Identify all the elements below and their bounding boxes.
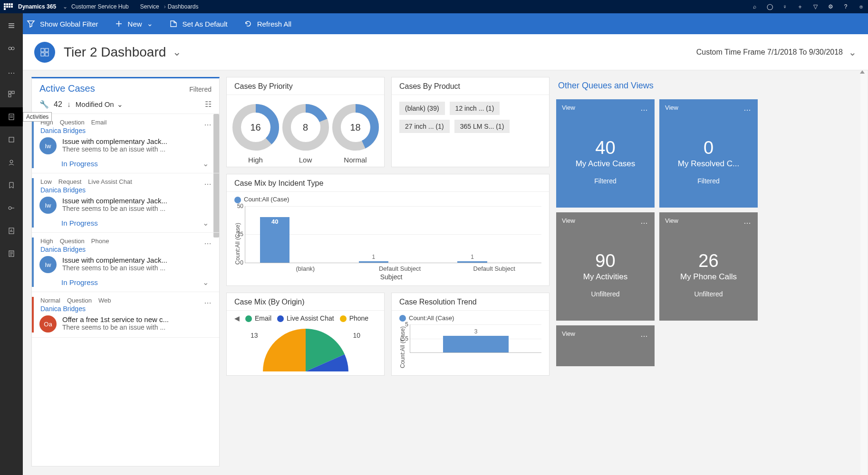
nav-item-recent[interactable] (0, 39, 23, 58)
new-button[interactable]: New ⌄ (115, 19, 153, 28)
svg-point-0 (9, 47, 11, 50)
chevron-down-icon[interactable]: ⌄ (849, 47, 857, 58)
legend-item: Email (245, 314, 271, 322)
chevron-down-icon[interactable]: ⌄ (203, 278, 209, 287)
collapse-icon[interactable]: ◀ (234, 314, 240, 322)
more-icon[interactable]: … (204, 178, 212, 187)
card-title: Cases By Product (392, 77, 549, 95)
donut-label: Low (281, 156, 330, 164)
chart-legend: Count:All (Case) (234, 196, 541, 203)
queue-tile[interactable]: View … 40 My Active Cases Filtered (556, 99, 655, 208)
svg-rect-6 (9, 137, 14, 142)
tile-name: My Active Cases (562, 159, 649, 169)
add-icon[interactable]: ＋ (797, 3, 803, 10)
bar: 1 (359, 261, 388, 262)
hamburger-icon[interactable] (0, 16, 23, 35)
avatar: Oa (39, 315, 57, 332)
refresh-button[interactable]: Refresh All (244, 19, 292, 28)
search-icon[interactable]: ⌕ (751, 3, 758, 10)
breadcrumb-0[interactable]: Service (140, 3, 159, 10)
donut-value: 18 (331, 103, 380, 152)
sort-arrow-icon[interactable]: ↓ (67, 100, 71, 109)
case-desc: There seems to be an issue with ... (62, 145, 167, 153)
pie-label-left: 13 (251, 324, 258, 339)
nav-item-key[interactable] (0, 199, 23, 218)
case-mix-origin-card: Case Mix (By Origin) ◀ EmailLive Assist … (226, 293, 385, 376)
case-item[interactable]: … HighQuestionPhone Danica Bridges Iw Is… (32, 233, 219, 292)
more-icon[interactable]: … (640, 330, 649, 339)
left-nav-rail: … Activities (0, 13, 23, 475)
more-icon[interactable]: … (640, 104, 649, 113)
case-owner[interactable]: Danica Bridges (40, 127, 212, 134)
case-desc: There seems to be an issue with ... (62, 264, 167, 272)
product-chip[interactable]: 365 LM S... (1) (454, 120, 510, 133)
svg-point-1 (11, 47, 14, 50)
nav-item-contacts[interactable] (0, 153, 23, 172)
queue-tile[interactable]: View … 90 My Activities Unfiltered (556, 212, 655, 321)
svg-rect-13 (41, 53, 44, 56)
card-title: Case Mix by Incident Type (227, 174, 549, 192)
scrollbar[interactable] (860, 70, 867, 475)
user-icon[interactable]: ⍟ (858, 3, 864, 10)
chevron-down-icon: ⌄ (117, 100, 123, 109)
more-icon[interactable]: … (204, 238, 212, 246)
queue-tile[interactable]: View … 0 My Resolved C... Filtered (659, 99, 758, 208)
breadcrumb-1[interactable]: Dashboards (168, 3, 199, 10)
case-owner[interactable]: Danica Bridges (40, 186, 212, 194)
chevron-down-icon[interactable]: ⌄ (203, 159, 209, 168)
svg-rect-14 (45, 53, 48, 56)
svg-point-7 (10, 160, 13, 163)
sort-field[interactable]: Modified On ⌄ (76, 100, 123, 109)
card-title: Cases By Priority (227, 77, 384, 95)
card-title: Case Resolution Trend (392, 293, 549, 311)
more-icon[interactable]: … (204, 119, 212, 127)
case-owner[interactable]: Danica Bridges (40, 246, 212, 253)
chevron-down-icon[interactable]: ⌄ (203, 218, 209, 228)
chevron-down-icon[interactable]: ⌄ (63, 3, 68, 10)
case-item[interactable]: … LowRequestLive Assist Chat Danica Brid… (32, 173, 219, 233)
tile-name: My Resolved C... (665, 159, 752, 169)
nav-item-activities[interactable]: Activities (0, 107, 23, 126)
case-owner[interactable]: Danica Bridges (40, 305, 212, 313)
cmd-label: Refresh All (257, 20, 292, 28)
more-icon[interactable]: … (743, 217, 752, 226)
set-default-button[interactable]: Set As Default (169, 19, 228, 28)
tile-name: My Activities (562, 272, 649, 282)
more-icon[interactable]: … (640, 217, 649, 226)
dashboard-icon (34, 42, 55, 63)
wrench-icon[interactable]: 🔧 (39, 100, 49, 109)
nav-item-accounts[interactable] (0, 130, 23, 149)
nav-item-bookmark[interactable] (0, 176, 23, 195)
nav-item-more[interactable]: … (0, 62, 23, 81)
app-name[interactable]: Customer Service Hub (71, 3, 129, 10)
more-icon[interactable]: … (204, 297, 212, 305)
cases-by-product-card: Cases By Product (blank) (39)12 inch ...… (391, 77, 550, 167)
case-item[interactable]: … NormalQuestionWeb Danica Bridges Oa Of… (32, 292, 219, 338)
cmd-label: Show Global Filter (40, 20, 98, 28)
list-options-icon[interactable]: ☷ (205, 100, 212, 109)
help-icon[interactable]: ? (842, 3, 849, 10)
product-chip[interactable]: 27 inch ... (1) (399, 120, 450, 133)
queue-tile-extra[interactable]: View… (556, 325, 655, 366)
nav-item-articles[interactable] (0, 244, 23, 263)
nav-item-reports[interactable] (0, 221, 23, 240)
avatar: Iw (39, 197, 57, 214)
nav-item-dashboards[interactable] (0, 85, 23, 104)
global-filter-button[interactable]: Show Global Filter (27, 19, 98, 28)
donut-label: Normal (331, 156, 380, 164)
donut-chart: 16 (231, 103, 280, 152)
tile-name: My Phone Calls (665, 272, 752, 282)
task-icon[interactable]: ◯ (766, 3, 773, 10)
product-chip[interactable]: (blank) (39) (399, 102, 445, 115)
filter-icon[interactable]: ▽ (812, 3, 819, 10)
tile-value: 26 (665, 251, 752, 271)
chevron-down-icon[interactable]: ⌄ (173, 46, 181, 58)
gear-icon[interactable]: ⚙ (827, 3, 834, 10)
queue-tile[interactable]: View … 26 My Phone Calls Unfiltered (659, 212, 758, 321)
more-icon[interactable]: … (743, 104, 752, 113)
lightbulb-icon[interactable]: ♀ (781, 3, 788, 10)
product-chip[interactable]: 12 inch ... (1) (450, 102, 500, 115)
app-launcher-icon[interactable] (4, 3, 13, 10)
case-item[interactable]: … HighQuestionEmail Danica Bridges Iw Is… (32, 114, 219, 173)
donut-value: 16 (231, 103, 280, 152)
